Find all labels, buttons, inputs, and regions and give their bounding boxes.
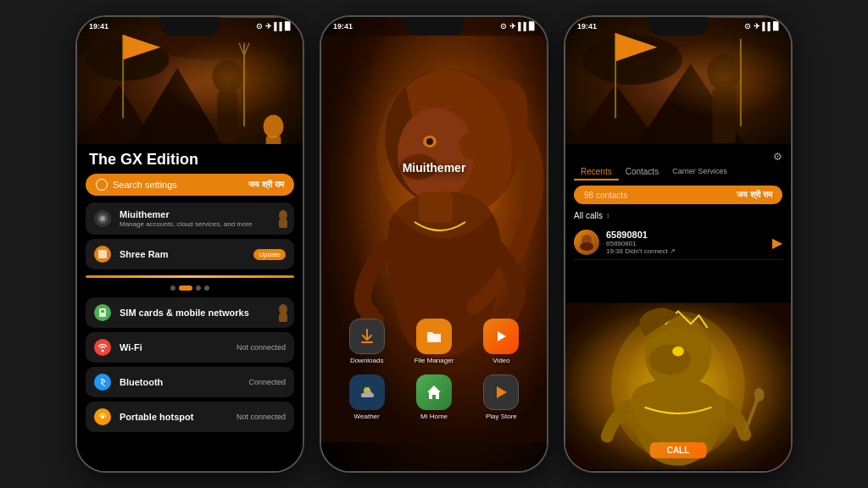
svg-point-54 [580,242,593,251]
wifi-title: Wi-Fi [120,342,228,352]
app-file-manager[interactable]: File Manager [405,319,462,364]
power-button-2[interactable] [320,110,320,140]
svg-rect-23 [279,313,287,322]
sort-icon[interactable]: ↕ [606,212,609,219]
settings-item-miuithemer[interactable]: Miuithemer Manage accounts, cloud servic… [86,202,294,235]
svg-rect-19 [98,250,107,258]
downloads-icon [349,319,385,354]
sim-title: SIM cards & mobile networks [120,308,286,318]
caller-avatar-1 [574,230,599,255]
svg-marker-39 [498,331,506,341]
svg-point-62 [754,388,765,402]
status-icons-1: ⊙ ✈ ▌▌▉ [256,22,291,30]
phone3-bottom-hero: CALL [565,302,791,471]
svg-rect-52 [565,18,791,152]
settings-item-sim[interactable]: SIM cards & mobile networks [86,297,294,328]
svg-point-37 [376,69,512,239]
bluetooth-text: Bluetooth [120,377,240,387]
settings-title: The GX Edition [86,144,294,174]
all-calls-label: All calls [574,211,603,220]
svg-marker-42 [497,386,507,398]
phone1-hero [77,17,303,152]
power-button-3[interactable] [564,110,565,140]
caller-number-1: 65890801 [606,230,765,240]
svg-point-17 [279,210,287,220]
power-button[interactable] [75,110,76,140]
svg-point-16 [100,216,105,221]
shree-ram-title: Shree Ram [120,249,245,259]
call-button[interactable]: CALL [650,442,707,458]
settings-item-wifi[interactable]: Wi-Fi Not connected [86,332,294,363]
app-weather[interactable]: Weather [338,374,395,420]
dialer-search[interactable]: 98 contacts जय श्री राम [574,186,782,204]
gear-icon[interactable]: ⚙ [773,151,782,163]
wifi-text: Wi-Fi [120,342,228,352]
volume-up-button[interactable] [303,102,304,120]
notch-3 [648,17,708,36]
sim-icon [94,304,111,321]
svg-rect-38 [361,341,373,343]
search-left: Search settings [96,179,177,191]
tab-contacts[interactable]: Contacts [619,164,665,180]
bluetooth-icon [94,374,111,391]
settings-item-bluetooth[interactable]: Bluetooth Connected [86,367,294,397]
video-icon [483,319,519,354]
phone-3: 19:41 ⊙ ✈ ▌▌▉ [564,15,793,473]
mini-warrior-1 [275,209,291,228]
call-item-1[interactable]: 65890801 65890801 19:38 Didn't connect ↗… [574,225,782,260]
weather-label: Weather [354,413,380,420]
dot-active [179,286,192,291]
app-play-store[interactable]: Play Store [473,374,530,420]
settings-row: ⚙ [574,149,782,164]
shree-ram-text: Shree Ram [120,249,245,259]
app-downloads[interactable]: Downloads [338,319,395,364]
volume-up-button-3[interactable] [792,102,793,120]
bluetooth-value: Connected [248,378,286,386]
file-manager-icon [416,319,452,354]
phone-1: 19:41 ⊙ ✈ ▌▌▉ [75,15,304,473]
miuithemer-subtitle: Manage accounts, cloud services, and mor… [120,220,286,228]
status-icons-3: ⊙ ✈ ▌▌▉ [744,22,779,30]
phone-2-content: 19:41 ⊙ ✈ ▌▌▉ [321,17,547,471]
volume-down-button-3[interactable] [792,127,793,146]
file-manager-label: File Manager [415,357,454,364]
svg-point-24 [102,350,104,352]
tab-recents[interactable]: Recents [574,164,619,180]
launcher-name: Miuithemer [403,161,466,175]
progress-line [86,275,294,278]
settings-item-shree-ram[interactable]: Shree Ram Update [86,239,294,269]
hindi-text-1: जय श्री राम [248,180,284,190]
hotspot-text: Portable hotspot [120,412,228,422]
app-video[interactable]: Video [473,319,530,364]
dialer-panel: ⚙ Recents Contacts Carrier Services 98 c… [565,144,791,471]
search-bar[interactable]: Search settings जय श्री राम [86,174,294,196]
shree-ram-badge: Update [253,249,286,260]
call-play-icon[interactable]: ▶ [772,235,782,251]
hotspot-icon [94,408,111,425]
shree-ram-icon [94,246,111,263]
play-store-label: Play Store [486,413,517,420]
search-icon [96,179,108,191]
tab-carrier[interactable]: Carrier Services [665,164,734,180]
mi-home-label: Mi Home [420,413,448,420]
hotspot-value: Not connected [236,413,286,421]
volume-down-button[interactable] [303,127,304,146]
phone-3-content: 19:41 ⊙ ✈ ▌▌▉ [565,17,791,471]
video-label: Video [492,357,509,364]
svg-rect-18 [279,219,287,228]
downloads-label: Downloads [350,357,384,364]
phone-1-content: 19:41 ⊙ ✈ ▌▌▉ [77,17,303,471]
status-icons-2: ⊙ ✈ ▌▌▉ [500,22,535,30]
notch [160,17,220,36]
settings-item-hotspot[interactable]: Portable hotspot Not connected [86,402,294,432]
volume-up-button-2[interactable] [548,102,548,120]
play-store-icon [483,374,519,410]
wifi-icon [94,339,111,356]
weather-icon [349,374,385,410]
app-mi-home[interactable]: Mi Home [405,374,462,420]
volume-down-button-2[interactable] [548,127,548,146]
dots-indicator [86,282,294,294]
status-time-3: 19:41 [577,22,597,30]
mini-warrior-sim [275,303,291,322]
call-time-1: 19:38 Didn't connect ↗ [606,247,765,255]
